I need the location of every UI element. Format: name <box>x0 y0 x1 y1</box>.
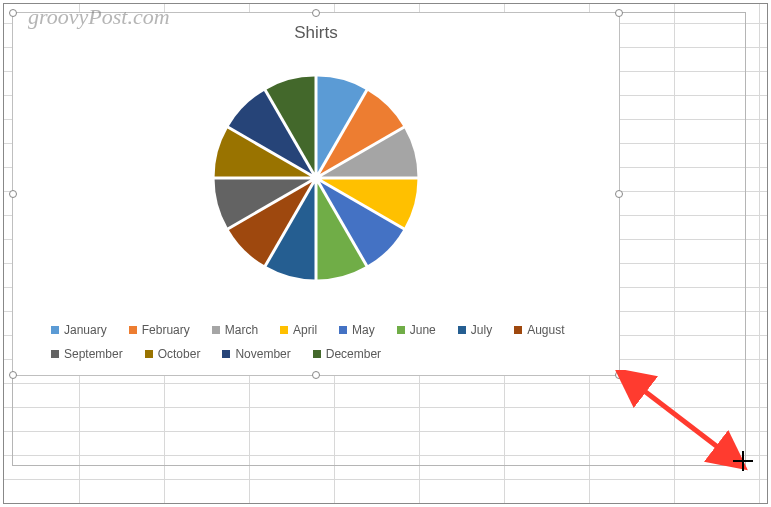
legend-swatch-icon <box>51 326 59 334</box>
legend-item-august[interactable]: August <box>514 323 564 337</box>
resize-cursor-icon <box>732 450 754 472</box>
resize-handle-se[interactable] <box>615 371 623 379</box>
legend-swatch-icon <box>222 350 230 358</box>
legend-item-may[interactable]: May <box>339 323 375 337</box>
legend-swatch-icon <box>397 326 405 334</box>
resize-handle-s[interactable] <box>312 371 320 379</box>
legend-label: January <box>64 323 107 337</box>
legend-label: April <box>293 323 317 337</box>
legend-label: August <box>527 323 564 337</box>
legend-swatch-icon <box>129 326 137 334</box>
legend-label: February <box>142 323 190 337</box>
legend-swatch-icon <box>514 326 522 334</box>
legend-item-july[interactable]: July <box>458 323 492 337</box>
legend-label: May <box>352 323 375 337</box>
legend-swatch-icon <box>458 326 466 334</box>
chart-legend: JanuaryFebruaryMarchAprilMayJuneJulyAugu… <box>51 323 599 361</box>
legend-item-october[interactable]: October <box>145 347 201 361</box>
legend-item-november[interactable]: November <box>222 347 290 361</box>
legend-item-february[interactable]: February <box>129 323 190 337</box>
resize-handle-n[interactable] <box>312 9 320 17</box>
legend-swatch-icon <box>51 350 59 358</box>
legend-label: March <box>225 323 258 337</box>
legend-swatch-icon <box>339 326 347 334</box>
legend-label: September <box>64 347 123 361</box>
legend-label: November <box>235 347 290 361</box>
legend-item-april[interactable]: April <box>280 323 317 337</box>
legend-item-december[interactable]: December <box>313 347 381 361</box>
legend-label: December <box>326 347 381 361</box>
resize-handle-sw[interactable] <box>9 371 17 379</box>
legend-label: June <box>410 323 436 337</box>
pie-chart[interactable] <box>201 63 431 293</box>
resize-handle-e[interactable] <box>615 190 623 198</box>
legend-label: October <box>158 347 201 361</box>
resize-handle-w[interactable] <box>9 190 17 198</box>
legend-swatch-icon <box>145 350 153 358</box>
legend-swatch-icon <box>280 326 288 334</box>
legend-item-january[interactable]: January <box>51 323 107 337</box>
legend-item-september[interactable]: September <box>51 347 123 361</box>
legend-label: July <box>471 323 492 337</box>
legend-swatch-icon <box>313 350 321 358</box>
chart-object[interactable]: Shirts JanuaryFebruaryMarchAprilMayJuneJ… <box>12 12 620 376</box>
legend-item-june[interactable]: June <box>397 323 436 337</box>
legend-swatch-icon <box>212 326 220 334</box>
resize-handle-ne[interactable] <box>615 9 623 17</box>
watermark-text: groovyPost.com <box>28 4 170 30</box>
resize-handle-nw[interactable] <box>9 9 17 17</box>
legend-item-march[interactable]: March <box>212 323 258 337</box>
